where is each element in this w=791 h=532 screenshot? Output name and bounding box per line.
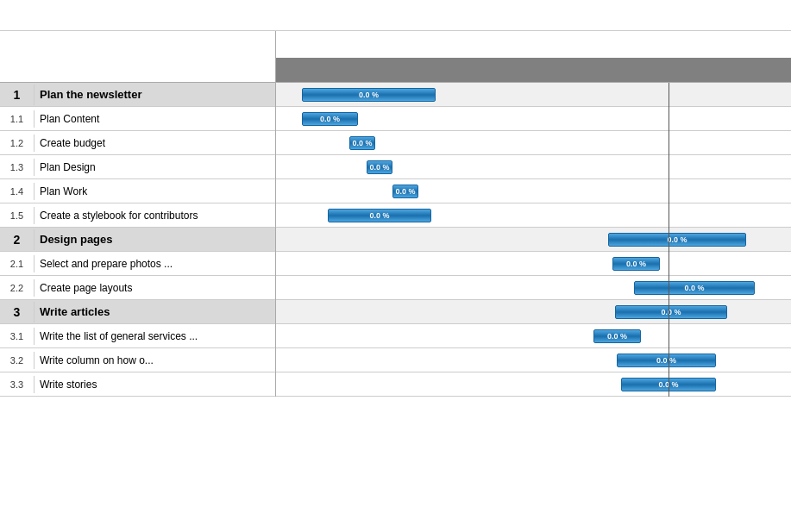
gantt-bar-1.2: 0.0 % — [349, 136, 375, 150]
gantt-bar-label-3: 0.0 % — [661, 308, 681, 316]
gantt-row-1.5: 0.0 % — [276, 203, 791, 228]
month-dec-bar — [276, 58, 673, 82]
task-num-3: 3 — [0, 302, 35, 322]
gantt-row-3: 0.0 % — [276, 300, 791, 324]
gantt-row-1.4: 0.0 % — [276, 179, 791, 203]
task-row-2.2: 2.2Create page layouts — [0, 276, 275, 300]
gantt-bar-2.1: 0.0 % — [612, 257, 660, 271]
task-row-3.1: 3.1Write the list of general services ..… — [0, 324, 275, 348]
gantt-panel: 0.0 %0.0 %0.0 %0.0 %0.0 %0.0 %0.0 %0.0 %… — [276, 31, 791, 397]
task-label-3.2: Write column on how o... — [35, 351, 159, 370]
task-row-2.1: 2.1Select and prepare photos ... — [0, 252, 275, 276]
year-divider-line — [669, 83, 669, 397]
gantt-bar-label-2.1: 0.0 % — [626, 260, 646, 268]
gantt-bar-1: 0.0 % — [302, 88, 436, 102]
gantt-bar-label-1.2: 0.0 % — [352, 139, 372, 147]
task-label-3.1: Write the list of general services ... — [35, 327, 203, 346]
task-row-1.5: 1.5Create a stylebook for contributors — [0, 203, 275, 228]
gantt-row-3.2: 0.0 % — [276, 348, 791, 372]
gantt-row-1.1: 0.0 % — [276, 107, 791, 131]
main-layout: 1Plan the newsletter1.1Plan Content1.2Cr… — [0, 31, 791, 397]
task-num-3.2: 3.2 — [0, 352, 35, 369]
task-row-1.4: 1.4Plan Work — [0, 179, 275, 203]
gantt-bar-label-1.3: 0.0 % — [369, 163, 389, 172]
gantt-bar-label-2.2: 0.0 % — [684, 284, 704, 292]
task-num-2: 2 — [0, 229, 35, 250]
gantt-row-3.1: 0.0 % — [276, 324, 791, 348]
gantt-bar-3: 0.0 % — [615, 305, 727, 319]
task-label-2.2: Create page layouts — [35, 279, 137, 297]
task-label-1.2: Create budget — [35, 134, 110, 153]
gantt-bar-1.5: 0.0 % — [328, 209, 431, 222]
task-row-1.2: 1.2Create budget — [0, 131, 275, 155]
task-label-1.3: Plan Design — [35, 158, 101, 177]
task-rows: 1Plan the newsletter1.1Plan Content1.2Cr… — [0, 83, 275, 397]
gantt-bar-label-2: 0.0 % — [667, 235, 687, 244]
task-row-3.2: 3.2Write column on how o... — [0, 348, 275, 372]
gantt-bar-1.4: 0.0 % — [392, 185, 418, 198]
task-label-2: Design pages — [35, 229, 118, 249]
gantt-row-2.1: 0.0 % — [276, 252, 791, 276]
task-panel: 1Plan the newsletter1.1Plan Content1.2Cr… — [0, 31, 276, 397]
gantt-bar-3.2: 0.0 % — [617, 354, 716, 367]
task-label-1.1: Plan Content — [35, 110, 104, 128]
task-label-1: Plan the newsletter — [35, 84, 147, 104]
gantt-header — [276, 31, 791, 83]
gantt-bar-2.2: 0.0 % — [634, 281, 755, 295]
gantt-row-3.3: 0.0 % — [276, 372, 791, 397]
task-row-1: 1Plan the newsletter — [0, 83, 275, 107]
gantt-row-1.3: 0.0 % — [276, 155, 791, 179]
gantt-bar-label-1: 0.0 % — [359, 91, 379, 99]
task-row-1.1: 1.1Plan Content — [0, 107, 275, 131]
gantt-rows: 0.0 %0.0 %0.0 %0.0 %0.0 %0.0 %0.0 %0.0 %… — [276, 83, 791, 397]
task-label-1.5: Create a stylebook for contributors — [35, 206, 203, 225]
header-left — [17, 9, 23, 22]
gantt-row-2.2: 0.0 % — [276, 276, 791, 300]
task-row-3.3: 3.3Write stories — [0, 372, 275, 397]
gantt-bar-label-1.1: 0.0 % — [320, 115, 340, 123]
header — [0, 0, 791, 31]
gantt-bar-1.1: 0.0 % — [302, 112, 358, 126]
gantt-bar-label-3.2: 0.0 % — [656, 356, 676, 365]
task-num-1.3: 1.3 — [0, 159, 35, 176]
task-label-3: Write articles — [35, 302, 115, 322]
gantt-bar-3.1: 0.0 % — [593, 329, 641, 343]
task-label-3.3: Write stories — [35, 375, 102, 394]
task-num-2.1: 2.1 — [0, 255, 35, 272]
gantt-row-1.2: 0.0 % — [276, 131, 791, 155]
task-row-3: 3Write articles — [0, 300, 275, 324]
gantt-row-2: 0.0 % — [276, 228, 791, 252]
gantt-bar-label-3.1: 0.0 % — [607, 332, 627, 341]
gantt-row-1: 0.0 % — [276, 83, 791, 107]
month-jan-bar — [673, 58, 791, 82]
task-row-1.3: 1.3Plan Design — [0, 155, 275, 179]
task-num-1: 1 — [0, 84, 35, 105]
task-num-2.2: 2.2 — [0, 279, 35, 297]
task-num-1.4: 1.4 — [0, 183, 35, 200]
task-num-3.3: 3.3 — [0, 376, 35, 393]
task-row-2: 2Design pages — [0, 228, 275, 252]
task-num-1.1: 1.1 — [0, 110, 35, 128]
gantt-bar-label-1.5: 0.0 % — [369, 211, 389, 220]
gantt-bar-1.3: 0.0 % — [367, 160, 392, 174]
task-num-1.2: 1.2 — [0, 135, 35, 152]
gantt-bar-2: 0.0 % — [608, 233, 746, 247]
gantt-bar-label-1.4: 0.0 % — [395, 187, 415, 196]
task-label-1.4: Plan Work — [35, 182, 92, 201]
task-label-2.1: Select and prepare photos ... — [35, 254, 178, 273]
task-num-1.5: 1.5 — [0, 207, 35, 224]
task-num-3.1: 3.1 — [0, 328, 35, 345]
